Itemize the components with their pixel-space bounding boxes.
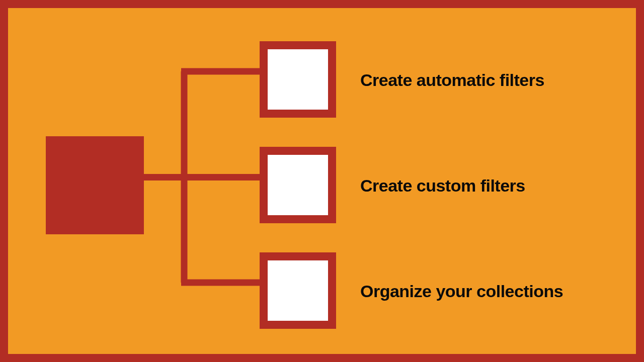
child-label-1: Create automatic filters xyxy=(360,70,544,90)
root-node xyxy=(46,136,144,234)
child-node-3 xyxy=(260,252,336,329)
child-node-2 xyxy=(260,147,336,223)
diagram-frame: Create automatic filters Create custom f… xyxy=(0,0,644,362)
child-node-1 xyxy=(260,41,336,118)
child-label-2: Create custom filters xyxy=(360,176,525,196)
child-label-3: Organize your collections xyxy=(360,282,563,301)
